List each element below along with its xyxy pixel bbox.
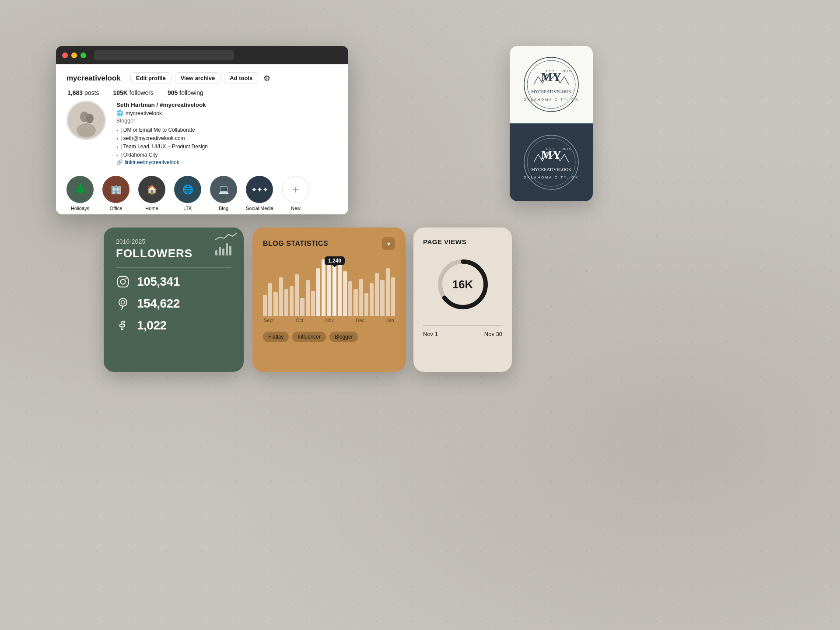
blog-dropdown-button[interactable]: ▾ bbox=[382, 237, 395, 250]
home-icon: 🏠 bbox=[147, 184, 158, 195]
edit-profile-button[interactable]: Edit profile bbox=[130, 72, 172, 84]
profile-link[interactable]: 🔗 linktr.ee/mycreativelook bbox=[116, 159, 338, 165]
label-nov: Nov bbox=[325, 318, 334, 323]
bio-line-2: ▪ | seth@mycreativelook.com bbox=[116, 134, 338, 143]
profile-info: Seth Hartman / #mycreativelook 🌐 mycreat… bbox=[116, 101, 338, 165]
brand-card: MY MYCREATIVELOOK EST. 2016 OKLAHOMA CIT… bbox=[510, 46, 593, 201]
profile-username: mycreativelook bbox=[66, 74, 121, 83]
pinterest-icon bbox=[116, 297, 130, 311]
maximize-dot[interactable] bbox=[80, 52, 86, 58]
add-icon: + bbox=[292, 183, 299, 196]
tag-blogger[interactable]: Blogger bbox=[329, 332, 358, 342]
svg-point-11 bbox=[524, 135, 578, 189]
chart-bar-12 bbox=[322, 259, 326, 316]
bio-line-1: ▪ | DM or Email Me to Collaborate bbox=[116, 126, 338, 134]
browser-titlebar bbox=[56, 46, 348, 64]
pinterest-count: 154,622 bbox=[137, 297, 180, 311]
chart-bar-3 bbox=[273, 292, 277, 316]
chart-bar-22 bbox=[375, 273, 379, 316]
svg-text:2016: 2016 bbox=[562, 70, 571, 73]
highlight-holidays[interactable]: 🌲 Holidays bbox=[66, 176, 94, 211]
profile-header: mycreativelook Edit profile View archive… bbox=[66, 72, 338, 84]
highlight-new[interactable]: + New bbox=[282, 176, 309, 211]
mini-bar-2 bbox=[219, 247, 221, 256]
chart-bar-19 bbox=[359, 279, 363, 316]
bio-dot-1: ▪ bbox=[116, 126, 118, 134]
trend-line-icon bbox=[215, 232, 237, 241]
chart-bar-13 bbox=[327, 265, 331, 316]
browser-content: mycreativelook Edit profile View archive… bbox=[56, 64, 348, 214]
chart-bar-8 bbox=[300, 298, 304, 316]
following-stat: 905 following bbox=[168, 89, 203, 96]
profile-website: 🌐 mycreativelook bbox=[116, 110, 338, 116]
pageviews-divider bbox=[423, 325, 502, 326]
highlights-row: 🌲 Holidays 🏢 Office 🏠 Home 🌐 bbox=[66, 172, 338, 211]
highlight-home[interactable]: 🏠 Home bbox=[138, 176, 165, 211]
svg-point-4 bbox=[524, 57, 578, 112]
svg-rect-18 bbox=[118, 276, 128, 287]
facebook-count: 1,022 bbox=[137, 318, 167, 332]
chart-bar-2 bbox=[268, 283, 272, 316]
highlight-circle-ltk: 🌐 bbox=[174, 176, 201, 203]
chart-bar-6 bbox=[290, 286, 294, 316]
mini-bar-5 bbox=[229, 246, 231, 256]
minimize-dot[interactable] bbox=[71, 52, 77, 58]
highlight-office[interactable]: 🏢 Office bbox=[102, 176, 130, 211]
profile-main: Seth Hartman / #mycreativelook 🌐 mycreat… bbox=[66, 101, 338, 165]
blog-icon: 💻 bbox=[218, 184, 229, 195]
holidays-icon: 🌲 bbox=[74, 184, 86, 195]
pageviews-card: PAGE VIEWS 16K Nov 1 Nov 30 bbox=[413, 228, 512, 372]
svg-text:OKLAHOMA CITY, OK: OKLAHOMA CITY, OK bbox=[524, 175, 579, 179]
highlight-ltk[interactable]: 🌐 LTK bbox=[174, 176, 201, 211]
svg-text:MYCREATIVELOOK: MYCREATIVELOOK bbox=[531, 89, 572, 94]
pageviews-dates: Nov 1 Nov 30 bbox=[423, 331, 502, 337]
label-oct: Oct bbox=[296, 318, 303, 323]
highlight-circle-new: + bbox=[282, 176, 309, 203]
chart-bar-16 bbox=[343, 271, 347, 316]
settings-icon[interactable]: ⚙ bbox=[262, 73, 272, 84]
instagram-count: 105,341 bbox=[137, 275, 180, 289]
highlight-blog[interactable]: 💻 Blog bbox=[210, 176, 237, 211]
close-dot[interactable] bbox=[62, 52, 68, 58]
svg-point-19 bbox=[121, 280, 126, 284]
donut-wrapper: 16K bbox=[434, 256, 491, 313]
highlight-socialmedia[interactable]: ✦✦✦ Social Media bbox=[246, 176, 273, 211]
tag-influencer[interactable]: Influencer bbox=[292, 332, 326, 342]
blog-card-header: BLOG STATISTICS ▾ bbox=[263, 237, 395, 250]
chart-bar-18 bbox=[354, 289, 357, 316]
profile-name: Seth Hartman / #mycreativelook bbox=[116, 102, 338, 108]
highlight-circle-home: 🏠 bbox=[138, 176, 165, 203]
label-jan: Jan bbox=[386, 318, 394, 323]
brand-card-top: MY MYCREATIVELOOK EST. 2016 OKLAHOMA CIT… bbox=[510, 46, 593, 123]
bio-dot-4: ▪ bbox=[116, 151, 118, 159]
highlight-circle-socialmedia: ✦✦✦ bbox=[246, 176, 273, 203]
svg-text:OKLAHOMA CITY, OK: OKLAHOMA CITY, OK bbox=[524, 98, 579, 102]
chart-bar-20 bbox=[364, 293, 368, 316]
followers-stat: 105K followers bbox=[113, 89, 154, 96]
url-bar[interactable] bbox=[94, 50, 234, 60]
chart-tooltip: 1,240 bbox=[325, 256, 345, 265]
socialmedia-icon: ✦✦✦ bbox=[251, 186, 268, 194]
mini-chart-area bbox=[215, 240, 231, 256]
blog-tags: Flatlay Influencer Blogger bbox=[263, 332, 395, 342]
mini-bar-chart bbox=[215, 240, 231, 256]
profile-stats: 1,683 posts 105K followers 905 following bbox=[66, 89, 338, 96]
tag-flatlay[interactable]: Flatlay bbox=[263, 332, 289, 342]
svg-point-2 bbox=[86, 114, 94, 123]
followers-card: 2016-2025 FOLLOWERS 105,341 bbox=[104, 228, 244, 372]
mini-bar-4 bbox=[226, 243, 228, 256]
ad-tools-button[interactable]: Ad tools bbox=[224, 72, 258, 84]
mini-bar-1 bbox=[215, 250, 217, 256]
instagram-icon bbox=[116, 275, 130, 289]
highlight-label-ltk: LTK bbox=[183, 206, 192, 211]
followers-title: FOLLOWERS bbox=[116, 247, 231, 260]
view-archive-button[interactable]: View archive bbox=[175, 72, 221, 84]
highlight-circle-office: 🏢 bbox=[102, 176, 130, 203]
office-icon: 🏢 bbox=[111, 184, 122, 195]
label-dec: Dec bbox=[356, 318, 364, 323]
avatar-container bbox=[66, 101, 106, 165]
browser-window: mycreativelook Edit profile View archive… bbox=[56, 46, 348, 214]
chart-bar-1 bbox=[263, 295, 267, 316]
bio-line-4: ▪ | Oklahoma City bbox=[116, 151, 338, 159]
donut-container: 16K bbox=[423, 256, 502, 313]
